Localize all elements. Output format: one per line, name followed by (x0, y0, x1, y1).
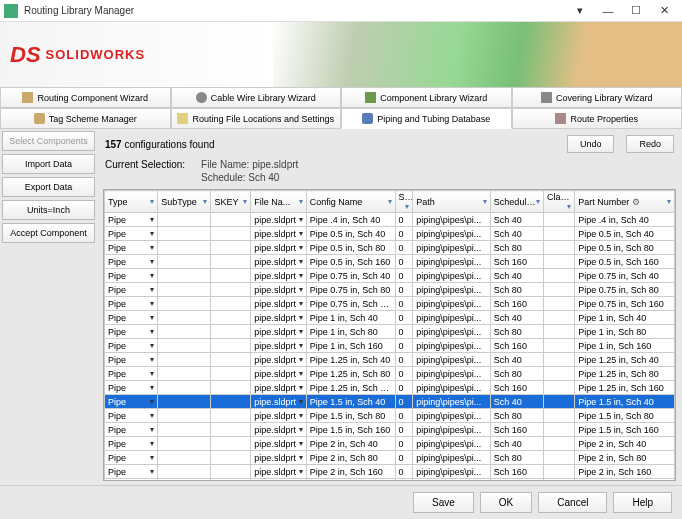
chevron-down-icon[interactable]: ▾ (299, 481, 303, 482)
col-schedule[interactable]: Schedule▾ ⚙ (490, 191, 543, 213)
chevron-down-icon[interactable]: ▾ (150, 341, 154, 350)
table-row[interactable]: Pipe▾pipe.sldprt▾Pipe 1.25 in, Sch 1600p… (105, 381, 675, 395)
chevron-down-icon[interactable]: ▾ (150, 313, 154, 322)
chevron-down-icon[interactable]: ▾ (150, 481, 154, 482)
filter-icon[interactable]: ▾ (567, 202, 571, 211)
table-row[interactable]: Pipe▾pipe.sldprt▾Pipe 0.75 in, Sch 800pi… (105, 283, 675, 297)
table-row[interactable]: Pipe▾pipe.sldprt▾Pipe 1.5 in, Sch 800pip… (105, 409, 675, 423)
minimize-button[interactable]: — (594, 1, 622, 21)
chevron-down-icon[interactable]: ▾ (299, 229, 303, 238)
table-row[interactable]: Pipe▾pipe.sldprt▾Pipe 0.5 in, Sch 1600pi… (105, 255, 675, 269)
filter-icon[interactable]: ▾ (243, 197, 247, 206)
cancel-button[interactable]: Cancel (538, 492, 607, 513)
col-config-name[interactable]: Config Name▾ (306, 191, 395, 213)
side-select-components[interactable]: Select Components (2, 131, 95, 151)
chevron-down-icon[interactable]: ▾ (299, 285, 303, 294)
chevron-down-icon[interactable]: ▾ (150, 467, 154, 476)
tab-route-properties[interactable]: Route Properties (512, 108, 683, 129)
help-button[interactable]: Help (613, 492, 672, 513)
side-import-data[interactable]: Import Data (2, 154, 95, 174)
col-file-na-[interactable]: File Na...▾ (251, 191, 306, 213)
table-row[interactable]: Pipe▾pipe.sldprt▾Pipe 2 in, Sch 400pipin… (105, 437, 675, 451)
filter-icon[interactable]: ▾ (299, 197, 303, 206)
tab-cable-wire-library-wizard[interactable]: Cable Wire Library Wizard (171, 87, 342, 108)
table-row[interactable]: Pipe▾pipe.sldprt▾Pipe 0.75 in, Sch 1600p… (105, 297, 675, 311)
table-row[interactable]: Pipe▾pipe.sldprt▾Pipe 2 in, Sch 800pipin… (105, 451, 675, 465)
filter-icon[interactable]: ▾ (203, 197, 207, 206)
chevron-down-icon[interactable]: ▾ (299, 243, 303, 252)
table-row[interactable]: Pipe▾pipe.sldprt▾Pipe 1 in, Sch 800pipin… (105, 325, 675, 339)
chevron-down-icon[interactable]: ▾ (150, 453, 154, 462)
tab-covering-library-wizard[interactable]: Covering Library Wizard (512, 87, 683, 108)
ok-button[interactable]: OK (480, 492, 532, 513)
filter-icon[interactable]: ▾ (405, 202, 409, 211)
side-accept-component[interactable]: Accept Component (2, 223, 95, 243)
dropdown-button[interactable]: ▾ (566, 1, 594, 21)
chevron-down-icon[interactable]: ▾ (299, 215, 303, 224)
chevron-down-icon[interactable]: ▾ (299, 271, 303, 280)
chevron-down-icon[interactable]: ▾ (299, 257, 303, 266)
chevron-down-icon[interactable]: ▾ (299, 425, 303, 434)
chevron-down-icon[interactable]: ▾ (299, 299, 303, 308)
table-row[interactable]: Pipe▾pipe.sldprt▾Pipe 1.5 in, Sch 400pip… (105, 395, 675, 409)
save-button[interactable]: Save (413, 492, 474, 513)
chevron-down-icon[interactable]: ▾ (150, 299, 154, 308)
undo-button[interactable]: Undo (567, 135, 615, 153)
chevron-down-icon[interactable]: ▾ (150, 257, 154, 266)
table-row[interactable]: Pipe▾pipe.sldprt▾Pipe 1.25 in, Sch 400pi… (105, 353, 675, 367)
tab-tag-scheme-manager[interactable]: Tag Scheme Manager (0, 108, 171, 129)
chevron-down-icon[interactable]: ▾ (150, 285, 154, 294)
col-subtype[interactable]: SubType▾ (158, 191, 211, 213)
chevron-down-icon[interactable]: ▾ (150, 327, 154, 336)
table-row[interactable]: Pipe▾pipe.sldprt▾Pipe 0.5 in, Sch 800pip… (105, 241, 675, 255)
filter-icon[interactable]: ▾ (150, 197, 154, 206)
tab-routing-component-wizard[interactable]: Routing Component Wizard (0, 87, 171, 108)
col-class[interactable]: Class▾ ⚙ (544, 191, 575, 213)
chevron-down-icon[interactable]: ▾ (299, 467, 303, 476)
chevron-down-icon[interactable]: ▾ (150, 215, 154, 224)
redo-button[interactable]: Redo (626, 135, 674, 153)
filter-icon[interactable]: ▾ (388, 197, 392, 206)
filter-icon[interactable]: ▾ (483, 197, 487, 206)
chevron-down-icon[interactable]: ▾ (150, 383, 154, 392)
chevron-down-icon[interactable]: ▾ (299, 439, 303, 448)
table-row[interactable]: Pipe▾pipe.sldprt▾Pipe 0.75 in, Sch 400pi… (105, 269, 675, 283)
chevron-down-icon[interactable]: ▾ (150, 397, 154, 406)
chevron-down-icon[interactable]: ▾ (150, 243, 154, 252)
table-row[interactable]: Pipe▾pipe.sldprt▾Pipe 2.5 in, Sch 400pip… (105, 479, 675, 482)
maximize-button[interactable]: ☐ (622, 1, 650, 21)
tab-routing-file-locations-and-settings[interactable]: Routing File Locations and Settings (171, 108, 342, 129)
col-skey[interactable]: SKEY▾ (211, 191, 251, 213)
chevron-down-icon[interactable]: ▾ (299, 411, 303, 420)
chevron-down-icon[interactable]: ▾ (150, 369, 154, 378)
tab-piping-and-tubing-database[interactable]: Piping and Tubing Database (341, 108, 512, 129)
chevron-down-icon[interactable]: ▾ (150, 271, 154, 280)
chevron-down-icon[interactable]: ▾ (299, 313, 303, 322)
chevron-down-icon[interactable]: ▾ (299, 355, 303, 364)
chevron-down-icon[interactable]: ▾ (299, 369, 303, 378)
chevron-down-icon[interactable]: ▾ (299, 453, 303, 462)
table-row[interactable]: Pipe▾pipe.sldprt▾Pipe 1 in, Sch 1600pipi… (105, 339, 675, 353)
table-row[interactable]: Pipe▾pipe.sldprt▾Pipe 1.25 in, Sch 800pi… (105, 367, 675, 381)
gear-icon[interactable]: ⚙ (534, 197, 542, 207)
table-row[interactable]: Pipe▾pipe.sldprt▾Pipe 2 in, Sch 1600pipi… (105, 465, 675, 479)
col-type[interactable]: Type▾ (105, 191, 158, 213)
filter-icon[interactable]: ▾ (667, 197, 671, 206)
chevron-down-icon[interactable]: ▾ (150, 425, 154, 434)
side-export-data[interactable]: Export Data (2, 177, 95, 197)
chevron-down-icon[interactable]: ▾ (299, 397, 303, 406)
col-part-number[interactable]: Part Number▾ ⚙ (575, 191, 675, 213)
table-row[interactable]: Pipe▾pipe.sldprt▾Pipe 0.5 in, Sch 400pip… (105, 227, 675, 241)
table-row[interactable]: Pipe▾pipe.sldprt▾Pipe 1 in, Sch 400pipin… (105, 311, 675, 325)
side-units-inch[interactable]: Units=Inch (2, 200, 95, 220)
table-row[interactable]: Pipe▾pipe.sldprt▾Pipe 1.5 in, Sch 1600pi… (105, 423, 675, 437)
table-row[interactable]: Pipe▾pipe.sldprt▾Pipe .4 in, Sch 400pipi… (105, 213, 675, 227)
chevron-down-icon[interactable]: ▾ (150, 355, 154, 364)
data-grid[interactable]: Type▾SubType▾SKEY▾File Na...▾Config Name… (103, 189, 676, 481)
chevron-down-icon[interactable]: ▾ (150, 229, 154, 238)
chevron-down-icon[interactable]: ▾ (150, 411, 154, 420)
col-size[interactable]: Size▾ (395, 191, 413, 213)
gear-icon[interactable]: ⚙ (632, 197, 640, 207)
chevron-down-icon[interactable]: ▾ (299, 383, 303, 392)
chevron-down-icon[interactable]: ▾ (299, 341, 303, 350)
